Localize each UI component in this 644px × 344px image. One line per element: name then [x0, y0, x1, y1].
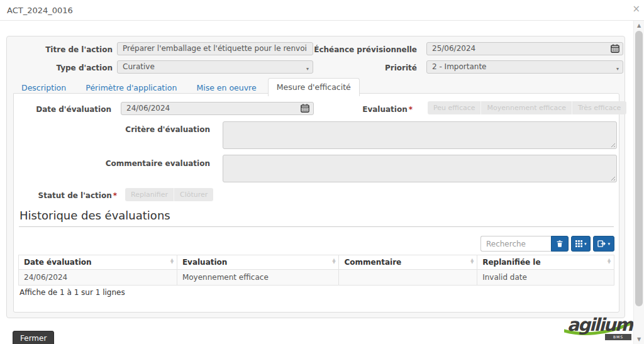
- clear-search-button[interactable]: [551, 236, 569, 252]
- priorite-label: Priorité: [303, 64, 417, 72]
- evaluation-button-group: Peu efficace Moyennement efficace Très e…: [428, 101, 626, 114]
- statut-label-text: Statut de l'action: [38, 191, 112, 200]
- critere-label: Critère d'évaluation: [14, 125, 210, 134]
- cloturer-button[interactable]: Clôturer: [174, 188, 213, 201]
- export-button[interactable]: ▾: [593, 236, 614, 252]
- scroll-down-icon[interactable]: ▼: [634, 336, 644, 342]
- sort-icon: ▲▼: [332, 258, 335, 264]
- fermer-button[interactable]: Fermer: [13, 331, 54, 344]
- scroll-up-icon[interactable]: ▲: [634, 23, 644, 28]
- statut-button-group: Replanifier Clôturer: [125, 188, 213, 201]
- table-toolbar: ▾ ▾: [480, 236, 614, 252]
- table-header-row: Date évaluation ▲▼ Evaluation ▲▼ Comment…: [19, 255, 614, 270]
- evaluation-label: Evaluation*: [328, 105, 413, 114]
- date-evaluation-label: Date d'évaluation: [14, 105, 111, 114]
- history-heading: Historique des évaluations: [19, 209, 170, 222]
- logo-text: agilium: [567, 316, 632, 334]
- type-label: Type d'action: [7, 64, 113, 72]
- close-icon[interactable]: ×: [632, 4, 640, 14]
- column-visibility-button[interactable]: ▾: [571, 236, 591, 252]
- titlebar: ACT_2024_0016 ×: [0, 0, 644, 21]
- date-evaluation-input[interactable]: 24/06/2024: [121, 102, 314, 115]
- grid-icon: [575, 240, 582, 247]
- chevron-down-icon: ▾: [584, 241, 587, 247]
- resize-grip-icon[interactable]: [609, 141, 615, 147]
- modal-window: ACT_2024_0016 × Titre de l'action Prépar…: [0, 0, 644, 344]
- commentaire-textarea[interactable]: [223, 155, 617, 182]
- priorite-value: 2 - Importante: [432, 62, 486, 71]
- trash-icon: [556, 240, 564, 248]
- search-input[interactable]: [480, 236, 551, 252]
- cell-date-evaluation: 24/06/2024: [19, 270, 177, 286]
- scrollbar-thumb[interactable]: [635, 31, 643, 306]
- export-icon: [597, 240, 606, 248]
- action-form-panel: Titre de l'action Préparer l'emballage e…: [6, 36, 625, 318]
- cell-evaluation: Moyennement efficace: [177, 270, 339, 286]
- echeance-input[interactable]: 25/06/2024: [426, 42, 623, 55]
- col-date-evaluation[interactable]: Date évaluation ▲▼: [19, 255, 177, 270]
- type-select[interactable]: Curative ▾: [117, 60, 313, 74]
- echeance-label: Échéance prévisionnelle: [303, 45, 417, 54]
- chevron-down-icon: ▾: [616, 63, 619, 74]
- sort-icon: ▲▼: [170, 258, 174, 264]
- date-evaluation-value: 24/06/2024: [126, 104, 170, 113]
- col-evaluation[interactable]: Evaluation ▲▼: [177, 255, 339, 270]
- table-info: Affiche de 1 à 1 sur 1 lignes: [19, 288, 125, 297]
- commentaire-label: Commentaire evaluation: [14, 159, 210, 168]
- logo-badge: BMS: [605, 334, 631, 340]
- agilium-logo: agilium BMS: [566, 315, 631, 340]
- col-label: Replanifiée le: [482, 258, 540, 267]
- chevron-down-icon: ▾: [608, 241, 610, 247]
- tab-bar: Description Périmètre d'application Mise…: [13, 78, 360, 94]
- table-row[interactable]: 24/06/2024 Moyennement efficace Invalid …: [19, 270, 614, 286]
- cell-replanifiee-le: Invalid date: [477, 270, 614, 286]
- priorite-select[interactable]: 2 - Importante ▾: [426, 60, 623, 74]
- sort-icon: ▲▼: [608, 258, 611, 264]
- tab-panel-mesure-efficacite: Date d'évaluation 24/06/2024 Evaluation*…: [13, 93, 619, 313]
- replanifier-button[interactable]: Replanifier: [125, 188, 174, 201]
- required-marker: *: [113, 191, 117, 200]
- calendar-icon[interactable]: [611, 44, 619, 53]
- col-replanifiee-le[interactable]: Replanifiée le ▲▼: [477, 255, 614, 270]
- echeance-value: 25/06/2024: [432, 44, 475, 53]
- required-marker: *: [409, 105, 413, 114]
- col-commentaire[interactable]: Commentaire ▲▼: [339, 255, 477, 270]
- type-value: Curative: [123, 62, 155, 71]
- page-title: ACT_2024_0016: [7, 6, 73, 15]
- titre-label: Titre de l'action: [7, 45, 113, 54]
- resize-grip-icon[interactable]: [609, 175, 615, 180]
- cell-commentaire: [339, 270, 477, 286]
- col-label: Commentaire: [344, 258, 401, 267]
- titre-input[interactable]: Préparer l'emballage et l'étiquette pour…: [117, 42, 313, 55]
- col-label: Evaluation: [182, 258, 228, 267]
- moyennement-efficace-button[interactable]: Moyennement efficace: [481, 101, 572, 114]
- statut-label: Statut de l'action*: [14, 191, 117, 200]
- evaluation-label-text: Evaluation: [362, 105, 408, 114]
- col-label: Date évaluation: [24, 258, 92, 267]
- sort-icon: ▲▼: [470, 258, 474, 264]
- vertical-scrollbar[interactable]: ▲ ▼: [633, 21, 644, 344]
- divider: [19, 226, 614, 227]
- search-group: [480, 236, 569, 252]
- peu-efficace-button[interactable]: Peu efficace: [428, 101, 481, 114]
- tres-efficace-button[interactable]: Très efficace: [572, 101, 626, 114]
- history-table: Date évaluation ▲▼ Evaluation ▲▼ Comment…: [18, 255, 614, 286]
- tab-mesure-efficacite[interactable]: Mesure d'efficacité: [268, 78, 360, 96]
- calendar-icon[interactable]: [301, 104, 309, 113]
- critere-textarea[interactable]: [223, 121, 617, 149]
